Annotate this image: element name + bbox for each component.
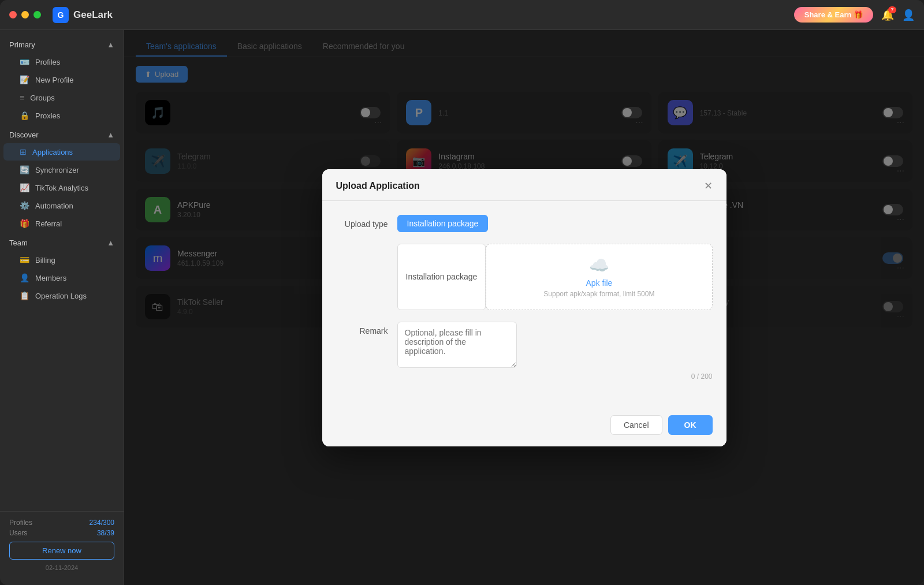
sidebar-item-applications[interactable]: ⊞ Applications (3, 143, 120, 161)
installation-package-btn[interactable]: Installation package (397, 215, 489, 232)
upload-type-label: Upload type (336, 215, 388, 229)
sidebar-group-team[interactable]: Team ▲ (0, 235, 124, 251)
operation-logs-icon: 📋 (20, 291, 29, 300)
notification-bell-icon[interactable]: 🔔 7 (881, 9, 894, 21)
logo-text: GeeLark (73, 9, 113, 21)
modal-footer: Cancel OK (322, 406, 726, 446)
remark-label: Remark (336, 322, 388, 336)
sidebar-item-members[interactable]: 👤 Members (3, 269, 120, 286)
content-area: Team's applications Basic applications R… (124, 30, 924, 585)
sidebar-item-synchronizer[interactable]: 🔄 Synchronizer (3, 161, 120, 178)
logo-icon: G (53, 7, 69, 23)
modal-title: Upload Application (336, 181, 420, 191)
modal-body: Upload type Installation package Install… (322, 201, 726, 406)
sidebar-item-new-profile[interactable]: 📝 New Profile (3, 71, 120, 88)
remark-row: Remark 0 / 200 (336, 322, 713, 381)
minimize-window-btn[interactable] (21, 11, 29, 18)
sidebar-footer: Profiles 234/300 Users 38/39 Renew now 0… (0, 511, 124, 578)
tiktok-analytics-icon: 📈 (20, 183, 29, 192)
modal-close-button[interactable]: ✕ (704, 181, 713, 191)
sidebar-item-label: TikTok Analytics (35, 184, 88, 192)
profiles-count: 234/300 (90, 519, 114, 527)
upload-zone[interactable]: ☁️ Apk file Support apk/xapk format, lim… (486, 244, 712, 310)
profiles-label: Profiles (9, 519, 32, 527)
sidebar-item-referral[interactable]: 🎁 Referral (3, 215, 120, 232)
main-layout: Primary ▲ 🪪 Profiles 📝 New Profile ≡ Gro… (0, 30, 924, 585)
upload-type-row: Upload type Installation package (336, 215, 713, 232)
sidebar-item-proxies[interactable]: 🔒 Proxies (3, 107, 120, 124)
profiles-icon: 🪪 (20, 57, 29, 66)
proxies-icon: 🔒 (20, 111, 29, 120)
user-avatar-icon[interactable]: 👤 (902, 9, 915, 21)
sidebar: Primary ▲ 🪪 Profiles 📝 New Profile ≡ Gro… (0, 30, 124, 585)
main-window: G GeeLark Share & Earn 🎁 🔔 7 👤 Primary ▲… (0, 0, 924, 585)
sidebar-item-label: Synchronizer (35, 166, 79, 174)
apk-file-label: Apk file (586, 278, 612, 288)
chevron-up-icon: ▲ (107, 40, 114, 49)
sidebar-section-team: Team ▲ 💳 Billing 👤 Members 📋 Operation L… (0, 235, 124, 305)
upload-application-modal: Upload Application ✕ Upload type Install… (322, 169, 726, 446)
cancel-button[interactable]: Cancel (610, 415, 662, 435)
chevron-up-icon: ▲ (107, 131, 114, 139)
sidebar-item-label: Groups (30, 94, 55, 102)
sidebar-item-label: Automation (35, 202, 73, 210)
sidebar-group-primary[interactable]: Primary ▲ (0, 37, 124, 53)
sidebar-item-groups[interactable]: ≡ Groups (3, 89, 120, 106)
users-label: Users (9, 529, 27, 537)
applications-icon: ⊞ (20, 147, 27, 157)
notification-badge: 7 (888, 6, 896, 13)
sidebar-item-billing[interactable]: 💳 Billing (3, 251, 120, 269)
footer-date: 02-11-2024 (9, 564, 114, 571)
upload-file-row: Installation package ☁️ Apk file Support… (336, 244, 713, 310)
chevron-up-icon: ▲ (107, 239, 114, 247)
groups-icon: ≡ (20, 93, 24, 102)
apk-hint: Support apk/xapk format, limit 500M (543, 290, 654, 298)
install-pkg-label: Installation package (397, 244, 486, 310)
synchronizer-icon: 🔄 (20, 165, 29, 174)
sidebar-item-label: Profiles (35, 58, 60, 66)
sidebar-discover-label: Discover (9, 131, 39, 139)
remark-textarea[interactable] (397, 322, 517, 368)
profiles-stat: Profiles 234/300 (9, 519, 114, 527)
modal-overlay: Upload Application ✕ Upload type Install… (124, 30, 924, 585)
sidebar-item-tiktok-analytics[interactable]: 📈 TikTok Analytics (3, 179, 120, 196)
ok-button[interactable]: OK (668, 415, 713, 435)
modal-header: Upload Application ✕ (322, 169, 726, 201)
users-stat: Users 38/39 (9, 529, 114, 537)
sidebar-item-operation-logs[interactable]: 📋 Operation Logs (3, 287, 120, 304)
sidebar-item-label: Members (35, 274, 66, 282)
users-count: 38/39 (97, 529, 114, 537)
fullscreen-window-btn[interactable] (33, 11, 41, 18)
sidebar-section-primary: Primary ▲ 🪪 Profiles 📝 New Profile ≡ Gro… (0, 37, 124, 125)
renew-button[interactable]: Renew now (9, 542, 114, 560)
sidebar-item-label: Referral (35, 219, 62, 228)
upload-file-label (336, 244, 388, 248)
sidebar-group-discover[interactable]: Discover ▲ (0, 127, 124, 143)
traffic-lights (9, 11, 41, 18)
sidebar-primary-label: Primary (9, 40, 35, 49)
share-earn-button[interactable]: Share & Earn 🎁 (794, 7, 873, 23)
sidebar-team-label: Team (9, 239, 28, 247)
char-count: 0 / 200 (397, 372, 713, 381)
pkg-row: Installation package ☁️ Apk file Support… (397, 244, 713, 310)
sidebar-item-profiles[interactable]: 🪪 Profiles (3, 53, 120, 70)
new-profile-icon: 📝 (20, 75, 29, 84)
titlebar: G GeeLark Share & Earn 🎁 🔔 7 👤 (0, 0, 924, 30)
automation-icon: ⚙️ (20, 201, 29, 210)
sidebar-item-label: Billing (35, 256, 55, 264)
sidebar-item-label: Operation Logs (35, 292, 87, 300)
sidebar-item-label: New Profile (35, 76, 73, 84)
logo-area: G GeeLark (53, 7, 113, 23)
sidebar-section-discover: Discover ▲ ⊞ Applications 🔄 Synchronizer… (0, 127, 124, 233)
referral-icon: 🎁 (20, 219, 29, 228)
sidebar-item-label: Proxies (35, 111, 60, 120)
billing-icon: 💳 (20, 255, 29, 264)
members-icon: 👤 (20, 273, 29, 282)
titlebar-right: Share & Earn 🎁 🔔 7 👤 (794, 7, 915, 23)
sidebar-item-label: Applications (32, 148, 73, 157)
sidebar-item-automation[interactable]: ⚙️ Automation (3, 197, 120, 214)
close-window-btn[interactable] (9, 11, 17, 18)
cloud-upload-icon: ☁️ (589, 256, 609, 275)
